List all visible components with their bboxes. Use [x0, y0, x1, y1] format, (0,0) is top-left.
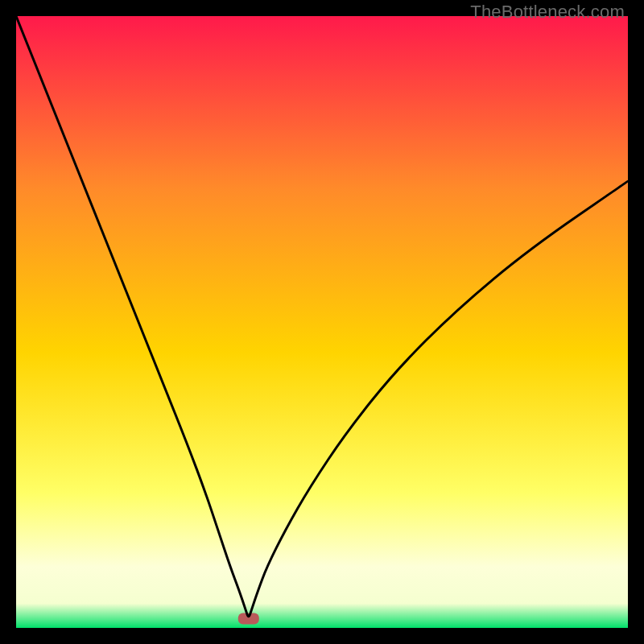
bottleneck-plot: [16, 16, 628, 628]
gradient-background: [16, 16, 628, 628]
watermark-label: TheBottleneck.com: [470, 2, 625, 23]
chart-frame: [16, 16, 628, 628]
